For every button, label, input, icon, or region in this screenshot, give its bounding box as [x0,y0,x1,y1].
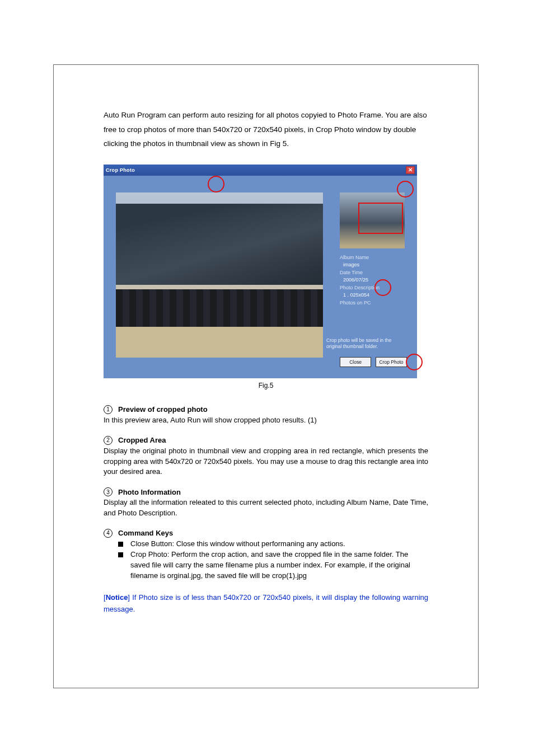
section-1-head: 1 Preview of cropped photo [104,405,428,414]
section-1-body: In this preview area, Auto Run will show… [104,415,428,426]
intro-paragraph: Auto Run Program can perform auto resizi… [104,108,428,151]
photo-desc-value: 1 . 025x054 [343,292,405,299]
annotation-circle-2 [397,181,414,198]
photo-roof-shape [116,204,323,288]
section-2-head: 2 Cropped Area [104,436,428,445]
command-keys-list: Close Button: Close this window without … [104,539,428,581]
save-note: Crop photo will be saved in the original… [326,337,405,350]
photo-ground-shape [116,327,323,358]
album-name-label: Album Name [340,254,405,262]
section-2-number-icon: 2 [104,436,113,445]
figure-caption: Fig.5 [104,382,428,389]
section-3-title: Photo Information [118,488,181,496]
photo-desc-label: Photo Description [340,284,405,292]
crop-photo-window: Crop Photo ✕ Album Name images Date Time… [104,165,417,378]
sections: 1 Preview of cropped photo In this previ… [104,405,428,615]
thumbnail-photo [340,192,405,248]
command-key-crop: Crop Photo: Perform the crop action, and… [118,550,428,581]
notice-text: If Photo size is of less than 540x720 or… [104,593,428,613]
window-title: Crop Photo [106,167,135,173]
section-3-number-icon: 3 [104,487,113,496]
section-2-body: Display the original photo in thumbnail … [104,446,428,478]
section-1-title: Preview of cropped photo [118,405,208,414]
section-1-number-icon: 1 [104,405,113,414]
date-time-label: Date Time [340,269,405,277]
close-icon[interactable]: ✕ [406,166,415,174]
annotation-circle-1 [208,176,224,192]
notice-paragraph: [Notice] If Photo size is of less than 5… [104,592,428,614]
section-4-title: Command Keys [118,529,173,537]
section-2-title: Cropped Area [118,436,166,444]
notice-word: Notice [106,593,128,602]
preview-photo [116,192,323,358]
annotation-circle-3 [374,279,391,296]
section-3-head: 3 Photo Information [104,487,428,496]
window-titlebar: Crop Photo ✕ [104,165,417,176]
date-time-value: 2006/07/25 [343,276,405,284]
command-key-close: Close Button: Close this window without … [118,539,428,550]
section-4-number-icon: 4 [104,529,113,538]
page-content: Auto Run Program can perform auto resizi… [104,108,428,615]
section-4-head: 4 Command Keys [104,529,428,538]
crop-rectangle[interactable] [358,203,403,234]
section-3-body: Display all the information releated to … [104,497,428,519]
album-name-value: images [343,261,405,269]
button-row: Close Crop Photo [340,357,407,367]
photo-info-panel: Album Name images Date Time 2006/07/25 P… [340,254,405,307]
crop-photo-button[interactable]: Crop Photo [376,357,407,367]
photos-on-pc-label: Photos on PC [340,299,405,307]
close-button[interactable]: Close [340,357,371,367]
annotation-circle-4 [406,354,423,370]
